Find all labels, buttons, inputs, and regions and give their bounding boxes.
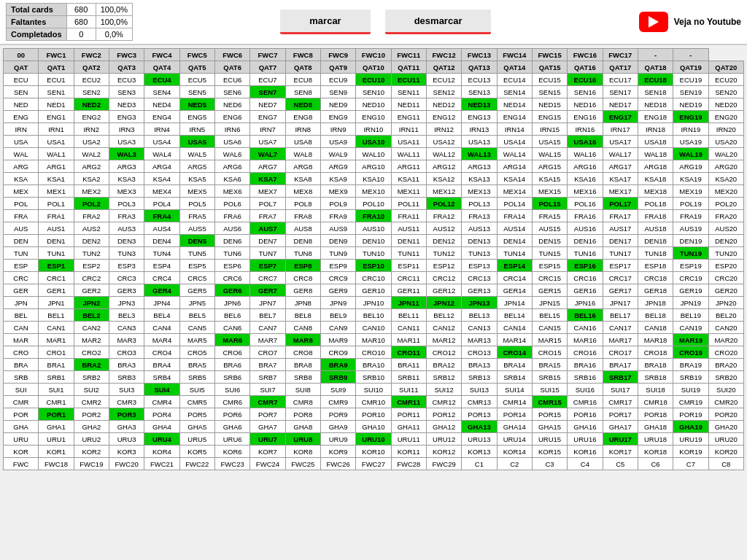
card-cell-WAL3[interactable]: WAL3: [109, 148, 144, 160]
card-cell-ENG20[interactable]: ENG20: [708, 111, 743, 123]
card-cell-TUN6[interactable]: TUN6: [214, 247, 249, 260]
card-cell-CMR13[interactable]: CMR13: [462, 396, 497, 408]
card-cell-KOR20[interactable]: KOR20: [708, 446, 743, 458]
card-cell-BRA9[interactable]: BRA9: [320, 359, 355, 371]
card-cell-DEN13[interactable]: DEN13: [462, 235, 497, 247]
card-cell-SUI20[interactable]: SUI20: [708, 384, 743, 396]
card-cell-WAL6[interactable]: WAL6: [214, 148, 249, 160]
card-cell-SEN3[interactable]: SEN3: [109, 86, 144, 98]
card-cell-GER6[interactable]: GER6: [214, 284, 249, 297]
card-cell-FRA14[interactable]: FRA14: [497, 210, 532, 222]
card-cell-SRB10[interactable]: SRB10: [356, 371, 391, 384]
card-cell-POR7[interactable]: POR7: [250, 408, 285, 421]
card-cell-MAR18[interactable]: MAR18: [638, 334, 673, 346]
card-cell-DEN15[interactable]: DEN15: [532, 235, 567, 247]
card-cell-CRC9[interactable]: CRC9: [320, 272, 355, 284]
card-cell-FWC20[interactable]: FWC20: [109, 458, 144, 470]
card-cell-CAN10[interactable]: CAN10: [356, 322, 391, 334]
card-cell-CMR18[interactable]: CMR18: [638, 396, 673, 408]
card-cell-GER12[interactable]: GER12: [426, 284, 461, 297]
card-cell-NED6[interactable]: NED6: [214, 98, 249, 111]
card-cell-TUN18[interactable]: TUN18: [638, 247, 673, 260]
card-cell-SRB11[interactable]: SRB11: [391, 371, 426, 384]
card-cell-ARG12[interactable]: ARG12: [426, 160, 461, 173]
card-cell-CAN17[interactable]: CAN17: [603, 322, 638, 334]
card-cell-FRA4[interactable]: FRA4: [144, 210, 179, 222]
card-cell-CAN16[interactable]: CAN16: [568, 322, 603, 334]
card-cell-BEL8[interactable]: BEL8: [285, 309, 320, 322]
card-cell-GHA10[interactable]: GHA10: [356, 421, 391, 433]
card-cell-FRA5[interactable]: FRA5: [179, 210, 214, 222]
card-cell-WAL5[interactable]: WAL5: [179, 148, 214, 160]
card-cell-TUN4[interactable]: TUN4: [144, 247, 179, 260]
card-cell-MEX16[interactable]: MEX16: [568, 185, 603, 198]
card-cell-ESP6[interactable]: ESP6: [214, 260, 249, 272]
card-cell-SEN14[interactable]: SEN14: [497, 86, 532, 98]
card-cell-FRA15[interactable]: FRA15: [532, 210, 567, 222]
card-cell-POL19[interactable]: POL19: [673, 198, 708, 210]
card-cell-ARG3[interactable]: ARG3: [109, 160, 144, 173]
card-cell-POL7[interactable]: POL7: [250, 198, 285, 210]
card-cell-SEN2[interactable]: SEN2: [74, 86, 109, 98]
card-cell-GER13[interactable]: GER13: [462, 284, 497, 297]
card-cell-IRN16[interactable]: IRN16: [568, 123, 603, 136]
card-cell-USA2[interactable]: USA2: [74, 136, 109, 148]
card-cell-TUN12[interactable]: TUN12: [426, 247, 461, 260]
card-cell-GER5[interactable]: GER5: [179, 284, 214, 297]
card-cell-MEX10[interactable]: MEX10: [356, 185, 391, 198]
card-cell-USA3[interactable]: USA3: [109, 136, 144, 148]
card-cell-ARG2[interactable]: ARG2: [74, 160, 109, 173]
card-cell-CRC17[interactable]: CRC17: [603, 272, 638, 284]
card-cell-SRB13[interactable]: SRB13: [462, 371, 497, 384]
card-cell-ENG12[interactable]: ENG12: [426, 111, 461, 123]
card-cell-CRC18[interactable]: CRC18: [638, 272, 673, 284]
card-cell-GHA2[interactable]: GHA2: [74, 421, 109, 433]
card-cell-KOR16[interactable]: KOR16: [568, 446, 603, 458]
card-cell-CMR17[interactable]: CMR17: [603, 396, 638, 408]
card-cell-MAR17[interactable]: MAR17: [603, 334, 638, 346]
card-cell-AUS2[interactable]: AUS2: [74, 222, 109, 235]
card-cell-KSA11[interactable]: KSA11: [391, 173, 426, 185]
card-cell-ENG10[interactable]: ENG10: [356, 111, 391, 123]
card-cell-ECU13[interactable]: ECU13: [462, 74, 497, 86]
card-cell-IRN7[interactable]: IRN7: [250, 123, 285, 136]
card-cell-NED5[interactable]: NED5: [179, 98, 214, 111]
card-cell-POR20[interactable]: POR20: [708, 408, 743, 421]
card-cell-JPN5[interactable]: JPN5: [179, 297, 214, 309]
card-cell-NED3[interactable]: NED3: [109, 98, 144, 111]
card-cell-GHA8[interactable]: GHA8: [285, 421, 320, 433]
card-cell-MAR14[interactable]: MAR14: [497, 334, 532, 346]
card-cell-DEN14[interactable]: DEN14: [497, 235, 532, 247]
card-cell-WAL10[interactable]: WAL10: [356, 148, 391, 160]
card-cell-NED17[interactable]: NED17: [603, 98, 638, 111]
card-cell-BRA4[interactable]: BRA4: [144, 359, 179, 371]
card-cell-BRA13[interactable]: BRA13: [462, 359, 497, 371]
card-cell-KSA20[interactable]: KSA20: [708, 173, 743, 185]
card-cell-KOR8[interactable]: KOR8: [285, 446, 320, 458]
card-cell-GHA17[interactable]: GHA17: [603, 421, 638, 433]
card-cell-FRA10[interactable]: FRA10: [356, 210, 391, 222]
card-cell-USA19[interactable]: USA19: [673, 136, 708, 148]
card-cell-ECU2[interactable]: ECU2: [74, 74, 109, 86]
card-cell-AUS20[interactable]: AUS20: [708, 222, 743, 235]
card-cell-MEX7[interactable]: MEX7: [250, 185, 285, 198]
card-cell-FWC23[interactable]: FWC23: [214, 458, 249, 470]
card-cell-SUI3[interactable]: SUI3: [109, 384, 144, 396]
card-cell-FRA1[interactable]: FRA1: [39, 210, 74, 222]
card-cell-POL14[interactable]: POL14: [497, 198, 532, 210]
card-cell-CAN2[interactable]: CAN2: [74, 322, 109, 334]
desmarcar-button[interactable]: desmarcar: [385, 9, 492, 34]
card-cell-CRO18[interactable]: CRO18: [638, 346, 673, 359]
card-cell-CRC5[interactable]: CRC5: [179, 272, 214, 284]
card-cell-SRB19[interactable]: SRB19: [673, 371, 708, 384]
card-cell-FWC29[interactable]: FWC29: [426, 458, 461, 470]
card-cell-URU17[interactable]: URU17: [603, 433, 638, 446]
card-cell-POL16[interactable]: POL16: [568, 198, 603, 210]
card-cell-KOR6[interactable]: KOR6: [214, 446, 249, 458]
card-cell-CRC20[interactable]: CRC20: [708, 272, 743, 284]
card-cell-CMR5[interactable]: CMR5: [179, 396, 214, 408]
card-cell-AUS7[interactable]: AUS7: [250, 222, 285, 235]
card-cell-QAT3[interactable]: QAT3: [109, 61, 144, 74]
card-cell-CAN19[interactable]: CAN19: [673, 322, 708, 334]
card-cell-BEL19[interactable]: BEL19: [673, 309, 708, 322]
